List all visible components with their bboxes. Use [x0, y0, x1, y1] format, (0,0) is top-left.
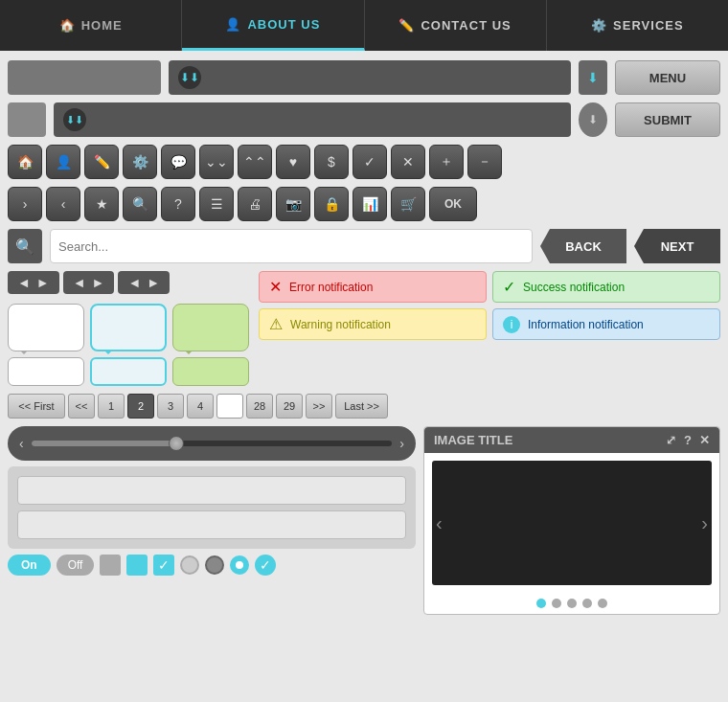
prev-icon-3[interactable]: ◄	[127, 275, 141, 290]
next-icon-2[interactable]: ►	[92, 275, 105, 290]
check-icon-btn[interactable]: ✓	[353, 145, 387, 179]
cart-icon-btn[interactable]: 🛒	[391, 187, 425, 221]
search-box[interactable]	[50, 229, 533, 263]
back-button[interactable]: BACK	[540, 229, 626, 263]
help-icon[interactable]: ?	[684, 433, 692, 447]
chevron-down-icon-btn[interactable]: ⌄⌄	[199, 145, 234, 179]
slider-thumb[interactable]	[169, 436, 184, 451]
toggle-row: On Off ✓ ✓	[8, 555, 416, 576]
next-button[interactable]: NEXT	[634, 229, 720, 263]
slider-right-icon[interactable]: ›	[399, 436, 404, 451]
error-notification: ✕ Error notification	[259, 271, 487, 303]
nav-item-about[interactable]: 👤 ABOUT US	[182, 0, 364, 51]
next-icon-3[interactable]: ►	[147, 275, 160, 290]
bubble-green	[172, 304, 249, 351]
slider-track[interactable]	[32, 441, 393, 446]
chart-icon-btn[interactable]: 📊	[353, 187, 387, 221]
warning-notification: ⚠ Warning notification	[259, 308, 487, 340]
lock-icon-btn[interactable]: 🔒	[314, 187, 349, 221]
chevron-up-icon-btn[interactable]: ⌃⌃	[238, 145, 272, 179]
settings-icon-btn[interactable]: ⚙️	[123, 145, 157, 179]
plus-icon-btn[interactable]: ＋	[429, 145, 464, 179]
toggle-off[interactable]: Off	[57, 555, 95, 576]
home-icon-btn[interactable]: 🏠	[8, 145, 42, 179]
pagination: << First << 1 2 3 4 28 29 >> Last >>	[8, 394, 720, 419]
edit-icon: ✏️	[398, 18, 415, 33]
dropdown-2[interactable]: ⬇⬇	[54, 102, 571, 137]
chevron-down-icon: ⬇	[587, 70, 599, 85]
star-icon-btn[interactable]: ★	[84, 187, 119, 221]
search-input[interactable]	[58, 239, 524, 254]
prev-icon-2[interactable]: ◄	[73, 275, 86, 290]
bubble-blue	[90, 304, 167, 351]
page-input[interactable]	[216, 394, 243, 419]
heart-icon-btn[interactable]: ♥	[276, 145, 310, 179]
nav-item-services[interactable]: ⚙️ SERVICES	[547, 0, 728, 51]
close-panel-icon[interactable]: ✕	[699, 433, 710, 447]
dropdown-arrow-1: ⬇⬇	[178, 66, 201, 89]
user-icon-btn[interactable]: 👤	[46, 145, 80, 179]
form-input-2[interactable]	[17, 510, 406, 539]
dot-4[interactable]	[582, 599, 592, 608]
left-arrow-icon-btn[interactable]: ‹	[46, 187, 80, 221]
page-3-button[interactable]: 3	[157, 394, 184, 419]
page-29-button[interactable]: 29	[276, 394, 303, 419]
dropdown-icon-1[interactable]: ⬇	[579, 60, 607, 95]
slider-left-icon[interactable]: ‹	[19, 436, 24, 451]
image-panel: IMAGE TITLE ⤢ ? ✕ ‹ ›	[423, 426, 720, 615]
first-page-button[interactable]: << First	[8, 394, 65, 419]
circle-check[interactable]: ✓	[255, 555, 276, 576]
nav-item-home[interactable]: 🏠 HOME	[0, 0, 182, 51]
dot-1[interactable]	[536, 599, 546, 608]
expand-icon[interactable]: ⤢	[666, 433, 676, 447]
dropdown-arrow-2: ⬇⬇	[63, 108, 86, 131]
camera-icon-btn[interactable]: 📷	[276, 187, 310, 221]
menu-button[interactable]: MENU	[615, 60, 720, 95]
page-1-button[interactable]: 1	[98, 394, 125, 419]
radio-filled[interactable]	[205, 555, 224, 575]
dot-2[interactable]	[552, 599, 561, 608]
success-notification: ✓ Success notification	[492, 271, 720, 303]
dot-5[interactable]	[598, 599, 607, 608]
rss-icon-btn[interactable]: ☰	[199, 187, 234, 221]
checkbox-filled[interactable]	[126, 555, 148, 576]
nav-item-contact[interactable]: ✏️ CONTACT US	[365, 0, 547, 51]
prev-page-button[interactable]: <<	[68, 394, 95, 419]
submit-button[interactable]: SUBMIT	[615, 102, 720, 137]
home-icon: 🏠	[59, 18, 76, 33]
bubble-white	[8, 304, 84, 351]
checkbox-checked[interactable]: ✓	[153, 555, 174, 576]
form-input-1[interactable]	[17, 476, 406, 505]
image-next-icon[interactable]: ›	[701, 512, 708, 534]
last-page-button[interactable]: Last >>	[335, 394, 388, 419]
print-icon-btn[interactable]: 🖨	[238, 187, 272, 221]
edit-icon-btn[interactable]: ✏️	[84, 145, 119, 179]
search-icon-btn[interactable]: 🔍	[123, 187, 157, 221]
search-icon-large[interactable]: 🔍	[8, 229, 42, 263]
radio-checked[interactable]	[230, 555, 249, 575]
page-2-button[interactable]: 2	[127, 394, 154, 419]
page-4-button[interactable]: 4	[187, 394, 214, 419]
ok-button[interactable]: OK	[429, 187, 477, 221]
radio-empty[interactable]	[180, 555, 199, 575]
image-panel-body: ‹ ›	[432, 461, 712, 585]
slider-container[interactable]: ‹ ›	[8, 426, 416, 461]
bubble-white-2	[8, 357, 84, 386]
page-28-button[interactable]: 28	[246, 394, 273, 419]
dropdown-icon-2[interactable]: ⬇	[579, 102, 607, 137]
chat-icon-btn[interactable]: 💬	[161, 145, 195, 179]
dropdown-1[interactable]: ⬇⬇	[169, 60, 571, 95]
next-icon-1[interactable]: ►	[36, 275, 50, 290]
minus-icon-btn[interactable]: －	[467, 145, 502, 179]
checkbox-empty-1[interactable]	[100, 555, 121, 576]
prev-icon[interactable]: ◄	[17, 275, 31, 290]
right-arrow-icon-btn[interactable]: ›	[8, 187, 42, 221]
dot-3[interactable]	[567, 599, 577, 608]
toggle-on[interactable]: On	[8, 555, 51, 576]
question-icon-btn[interactable]: ?	[161, 187, 195, 221]
next-page-button[interactable]: >>	[306, 394, 332, 419]
dollar-icon-btn[interactable]: $	[314, 145, 349, 179]
close-icon-btn[interactable]: ✕	[391, 145, 425, 179]
image-prev-icon[interactable]: ‹	[436, 512, 443, 534]
image-dots	[424, 593, 719, 614]
